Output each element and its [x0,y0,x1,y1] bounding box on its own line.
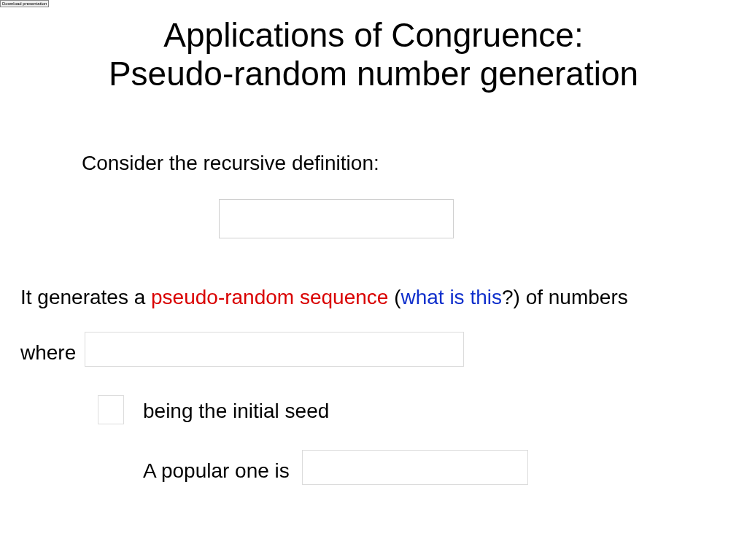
where-placeholder [85,332,464,367]
where-label: where [20,341,76,365]
term-pseudo-random: pseudo-random sequence [151,286,388,308]
gen-prefix: It generates a [20,286,151,308]
download-badge[interactable]: Download presentation [0,0,49,7]
initial-seed-text: being the initial seed [143,400,329,423]
popular-formula-placeholder [302,450,528,485]
gen-close-paren: ) [514,286,520,308]
generates-line: It generates a pseudo-random sequence (w… [20,286,628,309]
popular-one-text: A popular one is [143,459,290,483]
gen-open-paren: ( [388,286,400,308]
seed-symbol-placeholder [98,395,124,424]
recursive-definition-placeholder [219,199,454,238]
title-line-1: Applications of Congruence: [163,16,583,54]
slide: Download presentation Applications of Co… [0,0,747,560]
gen-suffix: of numbers [520,286,628,308]
slide-title: Applications of Congruence: Pseudo-rando… [0,16,747,93]
what-is-this-link[interactable]: what is this [400,286,502,308]
consider-text: Consider the recursive definition: [82,152,379,175]
title-line-2: Pseudo-random number generation [109,55,638,93]
gen-qmark: ? [502,286,514,308]
